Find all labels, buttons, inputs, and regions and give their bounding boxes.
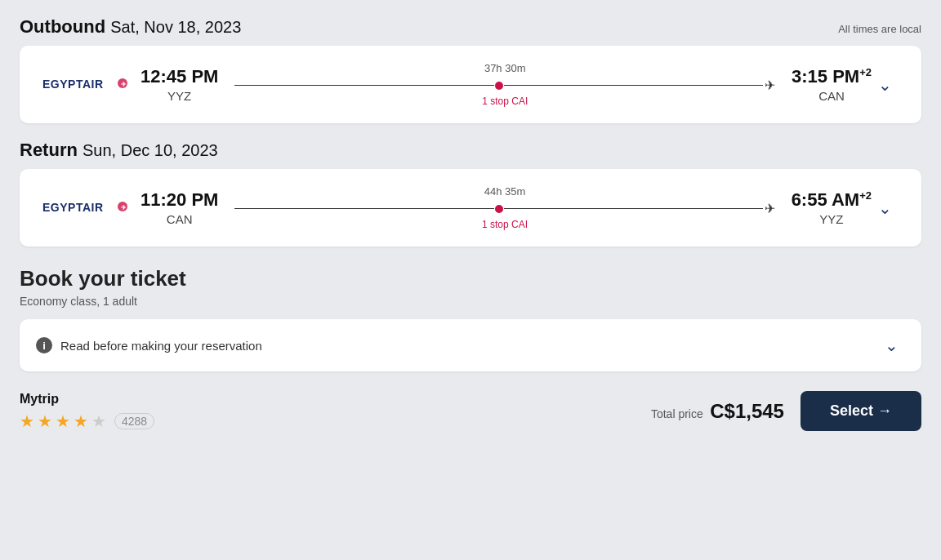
outbound-line-left [234, 85, 493, 87]
star-2: ★ [38, 411, 52, 431]
notice-card[interactable]: i Read before making your reservation ⌄ [20, 319, 921, 371]
outbound-arrive-airport: CAN [792, 89, 872, 103]
return-flight-times: 11:20 PM CAN 44h 35m ✈ 1 stop CAI [140, 185, 872, 230]
star-3: ★ [56, 411, 70, 431]
return-arrive-block: 6:55 AM+2 YYZ [792, 189, 872, 226]
outbound-route-middle: 37h 30m ✈ 1 stop CAI [218, 62, 792, 107]
total-price-value: C$1,545 [710, 400, 784, 422]
return-expand-button[interactable]: ⌄ [872, 195, 899, 221]
star-5: ★ [91, 411, 106, 431]
return-date: Sun, Dec 10, 2023 [83, 141, 218, 159]
svg-text:EGYPTAIR: EGYPTAIR [42, 78, 104, 91]
price-select-area: Total price C$1,545 Select → [651, 391, 921, 431]
return-route-middle: 44h 35m ✈ 1 stop CAI [218, 185, 791, 230]
outbound-airline-logo: EGYPTAIR ✈ [42, 72, 140, 98]
star-4: ★ [74, 411, 88, 431]
outbound-expand-button[interactable]: ⌄ [872, 72, 899, 98]
outbound-arrive-block: 3:15 PM+2 CAN [792, 66, 872, 103]
return-duration: 44h 35m [484, 185, 526, 198]
outbound-flight-times: 12:45 PM YYZ 37h 30m ✈ 1 stop CAI 3:15 P… [140, 62, 872, 107]
outbound-title-text: Outbound [20, 16, 105, 37]
return-stop-airport: CAI [511, 219, 528, 230]
outbound-depart-airport: YYZ [140, 89, 218, 103]
outbound-line-right [504, 85, 763, 87]
outbound-arrive-time: 3:15 PM+2 [792, 66, 872, 87]
outbound-stops: 1 stop [482, 96, 509, 107]
return-depart-airport: CAN [140, 212, 218, 226]
outbound-date: Sat, Nov 18, 2023 [110, 18, 241, 36]
return-depart-time: 11:20 PM [140, 189, 218, 211]
return-stop-label: 1 stop CAI [482, 219, 528, 230]
svg-text:✈: ✈ [121, 204, 127, 211]
return-title-text: Return [20, 140, 78, 160]
select-label: Select → [830, 402, 892, 420]
outbound-arrive-offset: +2 [859, 66, 872, 78]
return-line-right [504, 208, 763, 210]
return-section: Return Sun, Dec 10, 2023 EGYPTAIR ✈ 11:2… [20, 140, 921, 247]
book-subtitle: Economy class, 1 adult [20, 295, 921, 308]
outbound-header: Outbound Sat, Nov 18, 2023 All times are… [20, 16, 921, 38]
outbound-depart-block: 12:45 PM YYZ [140, 66, 218, 103]
stars-container: ★ ★ ★ ★ ★ 4288 [20, 411, 154, 431]
return-depart-block: 11:20 PM CAN [140, 189, 218, 226]
return-title: Return Sun, Dec 10, 2023 [20, 140, 218, 161]
return-stops: 1 stop [482, 219, 509, 230]
book-title: Book your ticket [20, 266, 921, 291]
star-1: ★ [20, 411, 34, 431]
return-stop-dot [495, 205, 503, 213]
outbound-stop-dot [495, 82, 503, 90]
outbound-flight-card: EGYPTAIR ✈ 12:45 PM YYZ 37h 30m ✈ 1 stop… [20, 46, 921, 123]
return-route-line: ✈ [234, 201, 774, 216]
footer-bar: Mytrip ★ ★ ★ ★ ★ 4288 Total price C$1,54… [20, 388, 921, 434]
notice-left: i Read before making your reservation [36, 337, 262, 353]
return-arrive-airport: YYZ [792, 212, 872, 226]
total-price-label: Total price [651, 407, 703, 420]
svg-text:✈: ✈ [121, 81, 127, 88]
outbound-stop-label: 1 stop CAI [482, 96, 528, 107]
notice-text: Read before making your reservation [60, 339, 262, 353]
outbound-title: Outbound Sat, Nov 18, 2023 [20, 16, 241, 37]
outbound-duration: 37h 30m [484, 62, 526, 74]
return-line-left [234, 208, 493, 210]
return-airline-logo: EGYPTAIR ✈ [42, 195, 140, 221]
return-flight-card: EGYPTAIR ✈ 11:20 PM CAN 44h 35m ✈ 1 sto [20, 169, 921, 247]
book-section: Book your ticket Economy class, 1 adult … [20, 266, 921, 371]
outbound-route-line: ✈ [234, 78, 775, 93]
return-header: Return Sun, Dec 10, 2023 [20, 140, 921, 161]
total-price-area: Total price C$1,545 [651, 400, 784, 423]
all-times-label: All times are local [838, 23, 921, 35]
provider-name: Mytrip [20, 392, 154, 407]
select-button[interactable]: Select → [801, 391, 921, 431]
return-plane-icon: ✈ [765, 201, 775, 216]
return-arrive-time: 6:55 AM+2 [792, 189, 872, 211]
outbound-plane-icon: ✈ [765, 78, 775, 93]
return-arrive-offset: +2 [859, 189, 872, 202]
info-icon: i [36, 337, 52, 353]
notice-expand-button[interactable]: ⌄ [878, 332, 905, 358]
outbound-stop-airport: CAI [511, 96, 528, 107]
review-count: 4288 [114, 413, 154, 429]
provider-info: Mytrip ★ ★ ★ ★ ★ 4288 [20, 392, 154, 431]
outbound-depart-time: 12:45 PM [140, 66, 218, 87]
svg-text:EGYPTAIR: EGYPTAIR [42, 201, 104, 214]
